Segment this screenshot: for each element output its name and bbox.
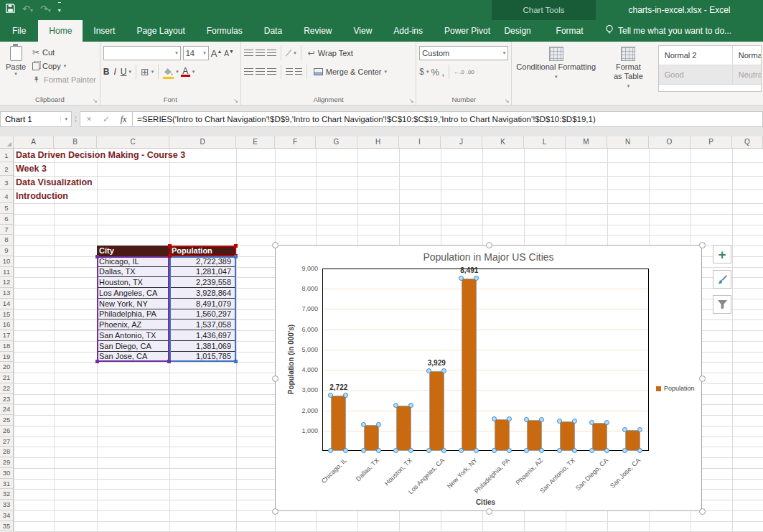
decrease-indent-icon[interactable]	[286, 68, 293, 75]
table-cell-population[interactable]: 1,560,297	[169, 309, 236, 320]
bar-san-antonio-tx[interactable]	[560, 421, 575, 451]
number-format-dropdown-icon[interactable]: ▾	[503, 50, 506, 56]
row-header-30[interactable]: 30	[0, 468, 14, 479]
accounting-dropdown-icon[interactable]: ▾	[426, 69, 429, 75]
accounting-format-icon[interactable]: $	[419, 67, 424, 77]
insert-function-icon[interactable]: fx	[115, 114, 132, 125]
chart-resize-handle[interactable]	[699, 242, 706, 248]
table-cell-population[interactable]: 3,928,864	[169, 288, 236, 299]
select-all-button[interactable]: ◢	[0, 136, 14, 148]
table-cell-city[interactable]: Philadelphia, PA	[97, 309, 169, 320]
tab-format[interactable]: Format	[549, 20, 591, 42]
bar-san-diego-ca[interactable]	[592, 423, 607, 451]
cut-button[interactable]: ✂Cut	[30, 47, 98, 58]
column-header-H[interactable]: H	[357, 136, 399, 148]
percent-style-icon[interactable]: %	[431, 67, 440, 78]
wrap-text-button[interactable]: ↩ Wrap Text	[306, 47, 355, 59]
align-right-icon[interactable]	[267, 68, 276, 75]
column-header-J[interactable]: J	[441, 136, 482, 148]
table-cell-city[interactable]: Dallas, TX	[97, 267, 169, 278]
redo-icon[interactable]: ↷▾	[40, 2, 51, 18]
number-format-combobox[interactable]: Custom▾	[419, 46, 508, 60]
row-header-21[interactable]: 21	[0, 373, 14, 383]
tab-home[interactable]: Home	[38, 20, 83, 42]
tab-power-pivot[interactable]: Power Pivot	[434, 20, 501, 42]
row-header-14[interactable]: 14	[0, 299, 14, 309]
row-header-5[interactable]: 5	[0, 203, 14, 214]
increase-decimal-icon[interactable]: ←.0	[454, 69, 464, 75]
column-header-D[interactable]: D	[169, 136, 236, 148]
row-header-16[interactable]: 16	[0, 319, 14, 330]
row-header-17[interactable]: 17	[0, 330, 14, 341]
tab-view[interactable]: View	[343, 20, 383, 42]
decrease-decimal-icon[interactable]: .00	[467, 69, 474, 75]
underline-button[interactable]: U	[121, 67, 127, 77]
align-middle-icon[interactable]	[256, 50, 265, 57]
chart-resize-handle[interactable]	[272, 375, 278, 382]
sheet-grid[interactable]: 1234567891011121314151617181920212223242…	[0, 149, 763, 532]
bar-new-york-ny[interactable]	[462, 279, 477, 451]
bar-philadelphia-pa[interactable]	[495, 419, 510, 451]
merge-center-dropdown-icon[interactable]: ▾	[384, 69, 387, 75]
chart-legend[interactable]: Population	[656, 385, 695, 392]
table-cell-population[interactable]: 1,537,058	[169, 319, 236, 330]
table-cell-city[interactable]: Houston, TX	[97, 277, 169, 288]
table-cell-population[interactable]: 8,491,079	[169, 299, 236, 309]
alignment-dialog-launcher-icon[interactable]: ↘	[409, 98, 414, 104]
clipboard-dialog-launcher-icon[interactable]: ↘	[93, 98, 98, 104]
chart-resize-handle[interactable]	[699, 508, 706, 515]
orientation-dropdown-icon[interactable]: ▾	[294, 50, 296, 56]
cell-style-normal-3[interactable]: Normal 3	[733, 46, 762, 65]
enter-icon[interactable]: ✓	[98, 114, 115, 124]
row-header-7[interactable]: 7	[0, 225, 14, 235]
row-header-19[interactable]: 19	[0, 352, 14, 363]
tab-design[interactable]: Design	[497, 20, 538, 42]
align-bottom-icon[interactable]	[267, 50, 276, 57]
row-header-32[interactable]: 32	[0, 489, 14, 500]
merge-center-button[interactable]: Merge & Center ▾	[312, 67, 389, 77]
tab-insert[interactable]: Insert	[83, 20, 126, 42]
font-color-dropdown-icon[interactable]: ▾	[192, 69, 195, 75]
formula-input[interactable]: =SERIES('Intro to Chart Navigation'!$D$9…	[133, 111, 763, 127]
row-header-29[interactable]: 29	[0, 457, 14, 468]
tell-me-box[interactable]: Tell me what you want to do...	[605, 20, 731, 42]
font-name-dropdown-icon[interactable]: ▾	[175, 50, 178, 56]
paste-dropdown-icon[interactable]: ▾	[14, 71, 17, 77]
cancel-icon[interactable]: ×	[80, 114, 98, 124]
shrink-font-icon[interactable]: A▼	[224, 49, 234, 57]
column-header-B[interactable]: B	[54, 136, 97, 148]
row-header-1[interactable]: 1	[0, 149, 14, 162]
row-header-20[interactable]: 20	[0, 362, 14, 373]
font-dialog-launcher-icon[interactable]: ↘	[233, 98, 238, 104]
table-cell-population[interactable]: 2,722,389	[169, 256, 236, 267]
row-header-18[interactable]: 18	[0, 341, 14, 352]
table-cell-city[interactable]: New York, NY	[97, 299, 169, 309]
conditional-formatting-button[interactable]: Conditional Formatting▾	[513, 45, 599, 92]
bar-houston-tx[interactable]	[396, 406, 411, 451]
bar-phoenix-az[interactable]	[527, 420, 542, 451]
table-cell-population[interactable]: 1,436,697	[169, 330, 236, 341]
font-name-combobox[interactable]: ▾	[103, 46, 181, 60]
table-cell-population[interactable]: 2,239,558	[169, 277, 236, 288]
row-header-31[interactable]: 31	[0, 479, 14, 490]
align-left-icon[interactable]	[244, 68, 253, 75]
paste-button[interactable]: Paste ▾	[1, 44, 30, 85]
orientation-icon[interactable]: ⟋	[286, 48, 291, 58]
font-size-combobox[interactable]: 14▾	[183, 46, 209, 60]
row-header-24[interactable]: 24	[0, 404, 14, 415]
column-header-P[interactable]: P	[691, 136, 732, 148]
copy-dropdown-icon[interactable]: ▾	[64, 63, 67, 69]
cell-style-normal-2[interactable]: Normal 2	[659, 46, 733, 65]
chart-object[interactable]: Population in Major US Cities1,0002,0003…	[275, 245, 702, 511]
column-header-C[interactable]: C	[97, 136, 169, 148]
row-header-15[interactable]: 15	[0, 309, 14, 320]
format-painter-button[interactable]: 🖈Format Painter	[30, 74, 98, 85]
tab-file[interactable]: File	[0, 20, 38, 42]
chart-resize-handle[interactable]	[486, 508, 492, 515]
row-header-3[interactable]: 3	[0, 176, 14, 190]
tab-page-layout[interactable]: Page Layout	[126, 20, 195, 42]
borders-dropdown-icon[interactable]: ▾	[151, 69, 154, 75]
table-cell-population[interactable]: 1,381,069	[169, 341, 236, 352]
table-cell-city[interactable]: San Diego, CA	[97, 341, 169, 352]
chart-resize-handle[interactable]	[486, 242, 492, 248]
